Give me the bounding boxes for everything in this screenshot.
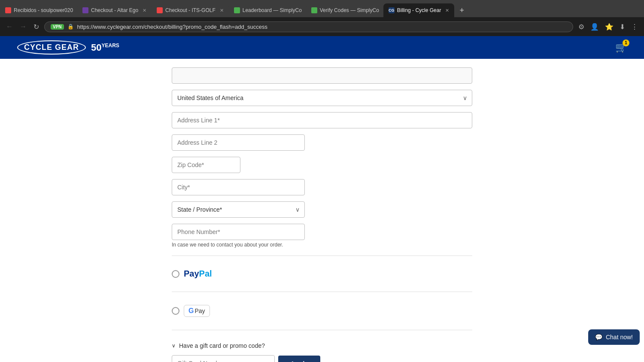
- gpay-radio[interactable]: [172, 307, 179, 315]
- address-bar[interactable]: VPN 🔒 https://www.cyclegear.com/checkout…: [44, 21, 573, 32]
- tab-leaderboard[interactable]: Leaderboard — SimplyCo ✕: [229, 3, 306, 17]
- promo-chevron-icon: ∨: [172, 343, 176, 349]
- field-partial-top: [172, 67, 472, 84]
- field-state: State / Province*: [172, 201, 472, 218]
- country-select[interactable]: United States of America: [172, 90, 472, 106]
- tab-label-itsgolf: Checkout - ITS-GOLF: [165, 7, 216, 13]
- field-country: United States of America: [172, 90, 472, 106]
- promo-toggle-label: Have a gift card or promo code?: [179, 342, 265, 349]
- partial-input[interactable]: [172, 67, 472, 84]
- back-button[interactable]: ←: [4, 21, 15, 32]
- cycle-gear-logo: CYCLE GEAR: [17, 40, 86, 55]
- menu-icon[interactable]: ⋮: [629, 21, 640, 33]
- cart-count: 1: [623, 40, 629, 46]
- phone-note: In case we need to contact you about you…: [172, 242, 472, 248]
- downloads-icon[interactable]: ⬇: [618, 21, 627, 33]
- site-header: CYCLE GEAR 50YEARS 🛒 1: [0, 36, 644, 59]
- browser-window: Recibidos - soulpower020 ✕ Checkout - Al…: [0, 0, 644, 362]
- chat-icon: 💬: [595, 334, 602, 341]
- paypal-option[interactable]: PayPal: [172, 264, 472, 284]
- phone-input[interactable]: [172, 224, 305, 240]
- vpn-indicator: VPN: [51, 24, 64, 30]
- tab-bar: Recibidos - soulpower020 ✕ Checkout - Al…: [0, 0, 644, 17]
- anniversary-badge: 50YEARS: [91, 42, 119, 53]
- chat-button[interactable]: 💬 Chat now!: [588, 329, 640, 345]
- new-tab-button[interactable]: +: [454, 3, 469, 17]
- tab-favicon-billing: CG: [389, 7, 395, 13]
- tab-favicon-leaderboard: [234, 7, 240, 13]
- reload-button[interactable]: ↻: [32, 21, 41, 33]
- tab-label-leaderboard: Leaderboard — SimplyCo: [243, 7, 302, 13]
- state-select[interactable]: State / Province*: [172, 201, 305, 218]
- paypal-radio[interactable]: [172, 270, 179, 278]
- lock-icon: 🔒: [67, 24, 74, 30]
- tab-verifycodes[interactable]: Verify Codes — SimplyCo ✕: [306, 3, 383, 17]
- separator-2: [172, 292, 472, 292]
- promo-toggle[interactable]: ∨ Have a gift card or promo code?: [172, 342, 472, 349]
- tab-label-altarego: Checkout - Altar Ego: [91, 7, 138, 13]
- tab-favicon-verify: [311, 7, 317, 13]
- tab-close-altarego[interactable]: ✕: [141, 8, 146, 13]
- tab-favicon-gmail: [5, 7, 11, 13]
- promo-section: ∨ Have a gift card or promo code? Apply …: [172, 338, 472, 362]
- gpay-button[interactable]: G Pay: [184, 305, 210, 317]
- tab-itsgolf[interactable]: Checkout - ITS-GOLF ✕: [152, 3, 229, 17]
- bookmark-icon[interactable]: ⭐: [603, 21, 615, 33]
- tab-label-gmail: Recibidos - soulpower020: [14, 7, 73, 13]
- country-select-wrapper: United States of America: [172, 90, 472, 106]
- paypal-logo: PayPal: [184, 269, 212, 279]
- tab-billing[interactable]: CG Billing - Cycle Gear ✕: [383, 3, 455, 17]
- tab-close-itsgolf[interactable]: ✕: [218, 8, 224, 13]
- apply-button[interactable]: Apply: [278, 356, 320, 362]
- address1-input[interactable]: [172, 112, 472, 128]
- tab-close-billing[interactable]: ✕: [444, 8, 449, 13]
- address2-input[interactable]: [172, 134, 305, 151]
- tab-gmail[interactable]: Recibidos - soulpower020 ✕: [0, 3, 77, 17]
- gift-card-input[interactable]: [172, 355, 275, 362]
- promo-input-row: Apply: [172, 355, 472, 362]
- forward-button[interactable]: →: [18, 21, 28, 32]
- cart-button[interactable]: 🛒 1: [615, 42, 627, 53]
- field-city: [172, 179, 472, 195]
- navigation-bar: ← → ↻ VPN 🔒 https://www.cyclegear.com/ch…: [0, 17, 644, 36]
- field-phone: In case we need to contact you about you…: [172, 224, 472, 248]
- page-content: CYCLE GEAR 50YEARS 🛒 1 United St: [0, 36, 644, 362]
- logo-area: CYCLE GEAR 50YEARS: [17, 40, 119, 55]
- state-select-wrapper: State / Province*: [172, 201, 305, 218]
- url-text: https://www.cyclegear.com/checkout/billi…: [77, 24, 267, 30]
- field-address1: [172, 112, 472, 128]
- city-input[interactable]: [172, 179, 305, 195]
- separator-1: [172, 256, 472, 256]
- nav-actions: ⚙ 👤 ⭐ ⬇ ⋮: [577, 21, 640, 33]
- tab-favicon-itsgolf: [157, 7, 163, 13]
- zip-input[interactable]: [172, 157, 240, 173]
- profile-icon[interactable]: 👤: [589, 21, 601, 33]
- tab-favicon-altarego: [82, 7, 88, 13]
- separator-3: [172, 330, 472, 330]
- field-address2: [172, 134, 472, 151]
- tab-altarego[interactable]: Checkout - Altar Ego ✕: [77, 3, 152, 17]
- extensions-icon[interactable]: ⚙: [577, 21, 586, 33]
- tab-label-billing: Billing - Cycle Gear: [397, 7, 441, 13]
- tab-label-verify: Verify Codes — SimplyCo: [320, 7, 379, 13]
- gpay-option[interactable]: G Pay: [172, 300, 472, 322]
- field-zip: [172, 157, 472, 173]
- billing-form: United States of America: [155, 59, 489, 362]
